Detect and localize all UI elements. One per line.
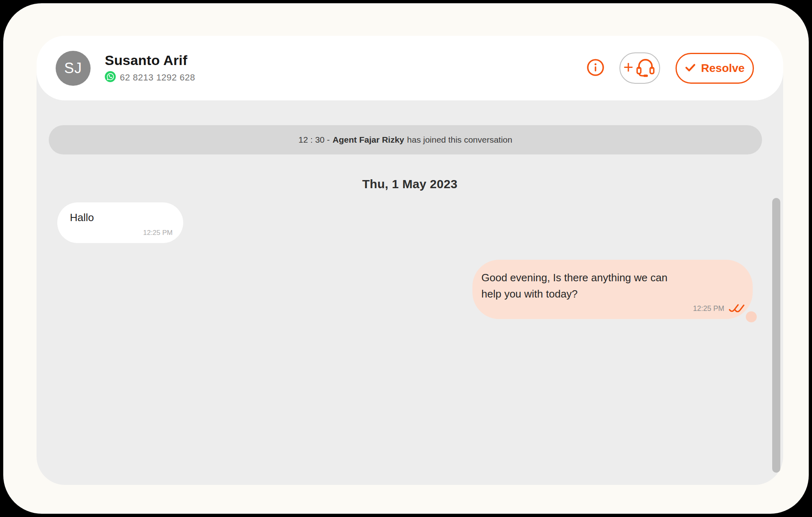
resolve-button[interactable]: Resolve	[676, 53, 754, 84]
whatsapp-icon	[105, 71, 116, 84]
add-agent-button[interactable]: +	[619, 52, 660, 84]
checkmark-icon	[685, 63, 696, 73]
chat-header: SJ Susanto Arif 62 8213 1292 628	[37, 36, 783, 100]
date-divider: Thu, 1 May 2023	[37, 177, 783, 191]
header-actions: + Resolve	[587, 52, 754, 84]
message-meta: 12:25 PM	[693, 302, 748, 315]
system-banner: 12 : 30 - Agent Fajar Rizky has joined t…	[49, 125, 762, 154]
app-frame: 12 : 30 - Agent Fajar Rizky has joined t…	[3, 3, 809, 514]
plus-icon: +	[624, 59, 634, 76]
avatar-initials: SJ	[64, 60, 82, 77]
resolve-button-label: Resolve	[701, 62, 745, 75]
system-banner-time: 12 : 30 -	[299, 135, 330, 145]
customer-avatar: SJ	[56, 51, 91, 86]
headset-icon	[635, 57, 656, 79]
system-banner-message: has joined this conversation	[407, 135, 512, 145]
info-button[interactable]	[587, 59, 604, 77]
customer-phone-row: 62 8213 1292 628	[105, 71, 195, 84]
customer-phone-number: 62 8213 1292 628	[120, 72, 195, 83]
double-check-icon	[728, 302, 748, 315]
system-banner-agent-name: Agent Fajar Rizky	[333, 135, 404, 145]
message-timestamp: 12:25 PM	[693, 304, 724, 313]
scrollbar-thumb[interactable]	[772, 198, 780, 473]
message-timestamp: 12:25 PM	[143, 229, 173, 237]
message-text: Hallo	[70, 211, 94, 224]
message-text: Good evening, Is there anything we can h…	[481, 269, 689, 302]
conversation-panel: 12 : 30 - Agent Fajar Rizky has joined t…	[37, 40, 783, 485]
info-icon	[587, 59, 604, 78]
outgoing-bubble-tail	[746, 311, 757, 322]
message-bubble-incoming: Hallo 12:25 PM	[57, 202, 183, 243]
customer-identity: Susanto Arif 62 8213 1292 628	[105, 52, 195, 84]
message-bubble-outgoing: Good evening, Is there anything we can h…	[472, 260, 753, 319]
customer-name: Susanto Arif	[105, 52, 195, 68]
